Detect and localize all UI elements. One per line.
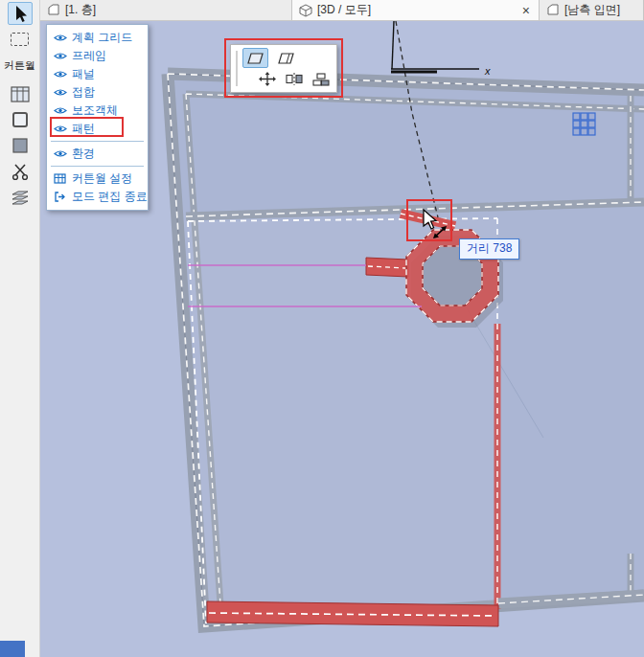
- settings-grid-icon: [53, 173, 67, 184]
- select-tool-button[interactable]: [8, 2, 33, 25]
- panel-item-label: 프레임: [72, 48, 106, 64]
- panel-item-label: 보조객체: [72, 102, 118, 119]
- scissors-icon: [11, 162, 30, 181]
- panel-item-label: 접합: [72, 84, 95, 101]
- boundary-offset-icon: [277, 52, 295, 65]
- tab-3d-view[interactable]: [3D / 모두] ×: [292, 0, 540, 20]
- panel-item-accessory[interactable]: 보조객체: [47, 102, 148, 120]
- elevation-icon: [546, 4, 560, 16]
- tab-bar: [1. 층] [3D / 모두] × [남측 입면]: [40, 0, 644, 21]
- toolbox: 커튼월: [0, 0, 40, 657]
- tab-label: [남측 입면]: [564, 2, 620, 18]
- mirror-icon: [286, 73, 303, 85]
- x-axis-label: x: [484, 65, 491, 77]
- app-window: [1. 층] [3D / 모두] × [남측 입면] 커튼월: [0, 0, 644, 657]
- marquee-icon: [11, 33, 29, 46]
- visibility-panel: 계획 그리드 프레임 패널 접합 보조객체 패턴: [46, 24, 149, 211]
- tab-label: [3D / 모두]: [317, 2, 371, 18]
- palette-drag-handle[interactable]: [236, 51, 238, 86]
- panel-item-exit-edit-mode[interactable]: 모드 편집 종료: [47, 188, 148, 206]
- tab-floor-plan[interactable]: [1. 층]: [40, 0, 292, 20]
- panel-item-label: 패널: [72, 66, 95, 82]
- multiply-icon: [312, 73, 330, 86]
- pane-corner-widget[interactable]: [0, 641, 25, 657]
- cube-3d-icon: [299, 4, 312, 17]
- boundary-mode-button[interactable]: [242, 48, 268, 68]
- panel-item-label: 모드 편집 종료: [72, 189, 148, 205]
- panel-item-label: 환경: [72, 146, 95, 162]
- panel-item-pattern[interactable]: 패턴: [47, 120, 148, 138]
- separator: [51, 166, 144, 167]
- frame-tool[interactable]: [8, 108, 33, 131]
- panel-item-label: 커튼월 설정: [72, 170, 132, 187]
- move-button[interactable]: [256, 70, 278, 88]
- viewport-3d[interactable]: x 계획 그리드 프레임 패널: [40, 21, 644, 657]
- frame-outline-icon: [11, 110, 30, 129]
- panel-item-panel[interactable]: 패널: [47, 65, 148, 83]
- tab-close-icon[interactable]: ×: [520, 4, 532, 17]
- eye-icon: [53, 87, 67, 98]
- accessory-tool[interactable]: [8, 186, 33, 209]
- curtain-grid-icon: [10, 85, 31, 103]
- exit-door-icon: [53, 192, 67, 202]
- floor-plan-icon: [47, 4, 60, 16]
- panel-item-plan-grid[interactable]: 계획 그리드: [47, 29, 148, 47]
- eye-icon: [53, 69, 67, 79]
- eye-icon: [53, 33, 67, 43]
- panel-tool[interactable]: [8, 134, 33, 157]
- mirror-button[interactable]: [283, 70, 305, 88]
- panel-item-junction[interactable]: 접합: [47, 83, 148, 102]
- select-arrow-icon: [11, 4, 30, 23]
- boundary-offset-button[interactable]: [273, 48, 299, 68]
- move-arrows-icon: [259, 72, 276, 86]
- eye-icon: [53, 51, 67, 61]
- panel-item-label: 패턴: [72, 121, 95, 137]
- separator: [51, 141, 144, 142]
- marquee-tool-button[interactable]: [8, 28, 33, 51]
- multiply-button[interactable]: [310, 70, 332, 88]
- panel-item-environment[interactable]: 환경: [47, 145, 148, 163]
- eye-icon: [53, 105, 67, 116]
- panel-item-label: 계획 그리드: [72, 30, 132, 46]
- distance-tooltip: 거리 738: [459, 238, 519, 260]
- layer-stack-icon: [10, 188, 31, 207]
- filled-panel-icon: [11, 136, 30, 155]
- tab-label: [1. 층]: [65, 2, 96, 18]
- panel-item-frame[interactable]: 프레임: [47, 47, 148, 65]
- junction-tool[interactable]: [8, 160, 33, 183]
- eye-icon: [53, 148, 67, 159]
- panel-item-curtain-wall-settings[interactable]: 커튼월 설정: [47, 170, 148, 188]
- grid-marker-icon[interactable]: [573, 113, 595, 135]
- pet-palette: [230, 44, 337, 93]
- eye-icon: [53, 124, 67, 134]
- curtain-wall-group-label: 커튼월: [0, 58, 39, 73]
- selected-stub-frame[interactable]: [366, 258, 408, 277]
- tab-elevation[interactable]: [남측 입면]: [540, 0, 644, 20]
- curtain-wall-grid-tool[interactable]: [8, 82, 33, 105]
- boundary-icon: [246, 52, 264, 65]
